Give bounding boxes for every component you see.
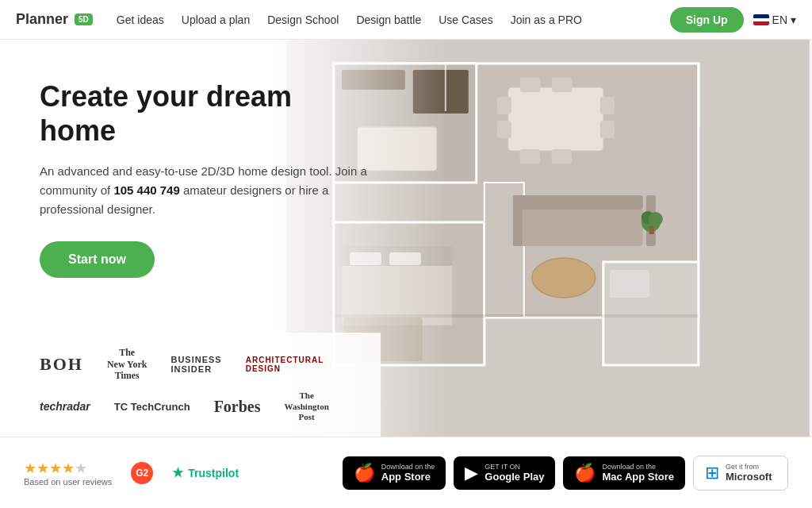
microsoft-icon: ⊞ bbox=[705, 463, 719, 483]
hero-section: Create your dream home An advanced and e… bbox=[0, 40, 812, 437]
svg-rect-22 bbox=[532, 258, 596, 298]
nav-link-upload-plan[interactable]: Upload a plan bbox=[182, 13, 250, 26]
mac-apple-icon: 🍎 bbox=[574, 463, 596, 483]
google-play-text: GET IT ON Google Play bbox=[485, 463, 544, 483]
logo-text: Planner bbox=[16, 11, 68, 28]
nav-link-design-battle[interactable]: Design battle bbox=[356, 13, 421, 26]
nav-right: Sign Up EN ▾ bbox=[670, 7, 796, 33]
hero-description: An advanced and easy-to-use 2D/3D home d… bbox=[40, 162, 373, 219]
trustpilot-icon: ★ bbox=[172, 465, 183, 480]
mac-app-store-button[interactable]: 🍎 Download on the Mac App Store bbox=[563, 456, 685, 490]
mac-app-store-name: Mac App Store bbox=[602, 471, 674, 483]
mac-app-store-sub: Download on the bbox=[602, 463, 674, 471]
svg-rect-9 bbox=[508, 87, 603, 151]
svg-rect-19 bbox=[516, 195, 643, 210]
trustpilot-badge: ★ Trustpilot bbox=[172, 465, 239, 480]
press-logo-arch-design: ARCHITECTURALDESIGN bbox=[246, 356, 324, 373]
nav-link-design-school[interactable]: Design School bbox=[267, 13, 339, 26]
svg-rect-33 bbox=[615, 302, 659, 353]
svg-rect-15 bbox=[497, 121, 511, 138]
nav-links: Get ideas Upload a plan Design School De… bbox=[117, 13, 670, 26]
svg-rect-10 bbox=[520, 78, 540, 92]
svg-rect-11 bbox=[552, 78, 572, 92]
google-play-name: Google Play bbox=[485, 471, 544, 483]
svg-point-25 bbox=[649, 212, 663, 226]
microsoft-store-name: Microsoft bbox=[726, 471, 772, 483]
microsoft-store-button[interactable]: ⊞ Get it from Microsoft bbox=[693, 456, 788, 491]
footer-bar: ★★★★★ Based on user reviews G2 ★ Trustpi… bbox=[0, 437, 812, 508]
logo[interactable]: Planner 5D bbox=[16, 11, 93, 28]
microsoft-store-sub: Get it from bbox=[726, 463, 772, 471]
language-selector[interactable]: EN ▾ bbox=[753, 13, 796, 26]
microsoft-store-text: Get it from Microsoft bbox=[726, 463, 772, 483]
svg-rect-14 bbox=[497, 97, 511, 114]
apple-icon: 🍎 bbox=[354, 463, 375, 483]
press-row-1: BOH TheNew YorkTimes BUSINESSINSIDER ARC… bbox=[40, 347, 341, 381]
app-store-sub: Download on the bbox=[381, 463, 435, 471]
review-label: Based on user reviews bbox=[24, 477, 112, 487]
trustpilot-label: Trustpilot bbox=[188, 467, 239, 479]
flag-icon bbox=[753, 14, 769, 25]
mac-app-store-text: Download on the Mac App Store bbox=[602, 463, 674, 483]
star-rating: ★★★★★ bbox=[24, 460, 112, 477]
press-row-2: techradar TC TechCrunch Forbes TheWashin… bbox=[40, 391, 341, 422]
press-section: BOH TheNew YorkTimes BUSINESSINSIDER ARC… bbox=[0, 333, 381, 437]
navbar: Planner 5D Get ideas Upload a plan Desig… bbox=[0, 0, 812, 40]
google-play-sub: GET IT ON bbox=[485, 463, 544, 471]
press-logo-boh: BOH bbox=[40, 354, 83, 375]
app-store-name: App Store bbox=[381, 471, 435, 483]
app-store-text: Download on the App Store bbox=[381, 463, 435, 483]
svg-rect-16 bbox=[600, 97, 615, 114]
community-count: 105 440 749 bbox=[113, 183, 179, 197]
start-now-button[interactable]: Start now bbox=[40, 241, 155, 278]
nav-link-get-ideas[interactable]: Get ideas bbox=[117, 13, 164, 26]
press-logo-business-insider: BUSINESSINSIDER bbox=[170, 355, 221, 374]
hero-content: Create your dream home An advanced and e… bbox=[40, 79, 373, 278]
logo-badge: 5D bbox=[75, 13, 93, 25]
press-logo-techcrunch: TC TechCrunch bbox=[114, 401, 190, 413]
press-logo-nyt: TheNew YorkTimes bbox=[107, 347, 147, 381]
google-play-button[interactable]: ▶ GET IT ON Google Play bbox=[454, 456, 555, 490]
svg-rect-26 bbox=[649, 226, 654, 234]
footer-left: ★★★★★ Based on user reviews G2 ★ Trustpi… bbox=[24, 460, 239, 487]
nav-link-use-cases[interactable]: Use Cases bbox=[439, 13, 492, 26]
svg-rect-20 bbox=[513, 195, 523, 246]
press-logo-wapo: TheWashingtonPost bbox=[285, 391, 329, 422]
footer-right: 🍎 Download on the App Store ▶ GET IT ON … bbox=[343, 456, 788, 491]
signup-button[interactable]: Sign Up bbox=[670, 7, 744, 33]
svg-rect-13 bbox=[552, 149, 572, 164]
svg-rect-35 bbox=[699, 64, 700, 127]
svg-rect-17 bbox=[600, 121, 615, 138]
chevron-down-icon: ▾ bbox=[791, 13, 796, 26]
press-logo-forbes: Forbes bbox=[214, 398, 261, 416]
lang-label: EN bbox=[772, 13, 787, 26]
press-logo-techradar: techradar bbox=[40, 400, 90, 413]
review-section: ★★★★★ Based on user reviews bbox=[24, 460, 112, 487]
svg-rect-32 bbox=[610, 270, 649, 298]
app-store-button[interactable]: 🍎 Download on the App Store bbox=[343, 456, 446, 490]
google-play-icon: ▶ bbox=[465, 463, 478, 483]
g2-badge: G2 bbox=[131, 462, 153, 484]
svg-rect-12 bbox=[520, 149, 540, 164]
hero-title: Create your dream home bbox=[40, 79, 373, 148]
nav-link-join-pro[interactable]: Join as a PRO bbox=[511, 13, 582, 26]
g2-icon: G2 bbox=[131, 462, 153, 484]
